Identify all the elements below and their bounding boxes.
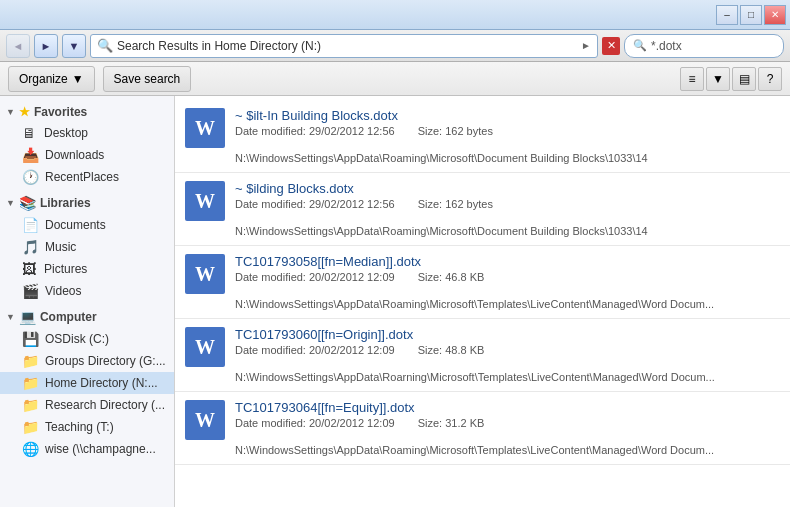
sidebar-item-recent-places[interactable]: 🕐 RecentPlaces bbox=[0, 166, 174, 188]
date-modified-value-0: 29/02/2012 12:56 bbox=[309, 125, 395, 137]
file-icon-4: W bbox=[185, 400, 225, 440]
file-path-1: N:\WindowsSettings\AppData\Roaming\Micro… bbox=[185, 225, 780, 241]
date-modified-value-4: 20/02/2012 12:09 bbox=[309, 417, 395, 429]
window-controls: – □ ✕ bbox=[716, 5, 786, 25]
maximize-button[interactable]: □ bbox=[740, 5, 762, 25]
view-mode-button[interactable]: ≡ bbox=[680, 67, 704, 91]
date-modified-label-0: Date modified: 29/02/2012 12:56 bbox=[235, 125, 405, 137]
file-list: W ~ $ilt-In Building Blocks.dotx Date mo… bbox=[175, 96, 790, 507]
research-dir-icon: 📁 bbox=[22, 397, 39, 413]
computer-section: ▼ 💻 Computer 💾 OSDisk (C:) 📁 Groups Dire… bbox=[0, 306, 174, 460]
file-item-4[interactable]: W TC101793064[[fn=Equity]].dotx Date mod… bbox=[175, 392, 790, 465]
word-icon-4: W bbox=[195, 409, 215, 432]
back-button[interactable]: ◄ bbox=[6, 34, 30, 58]
address-text: Search Results in Home Directory (N:) bbox=[117, 39, 577, 53]
file-name-2: TC101793058[[fn=Median]].dotx bbox=[235, 254, 780, 269]
organize-arrow-icon: ▼ bbox=[72, 72, 84, 86]
file-item-1[interactable]: W ~ $ilding Blocks.dotx Date modified: 2… bbox=[175, 173, 790, 246]
minimize-button[interactable]: – bbox=[716, 5, 738, 25]
view-dropdown-button[interactable]: ▼ bbox=[706, 67, 730, 91]
file-header-0: W ~ $ilt-In Building Blocks.dotx Date mo… bbox=[185, 108, 780, 148]
sidebar-item-music[interactable]: 🎵 Music bbox=[0, 236, 174, 258]
favorites-star-icon: ★ bbox=[19, 105, 30, 119]
file-info-0: ~ $ilt-In Building Blocks.dotx Date modi… bbox=[235, 108, 780, 137]
size-label-0: Size: 162 bytes bbox=[418, 125, 503, 137]
sidebar-item-label: OSDisk (C:) bbox=[45, 332, 109, 346]
search-box[interactable]: 🔍 ✕ bbox=[624, 34, 784, 58]
size-label-4: Size: 31.2 KB bbox=[418, 417, 495, 429]
dropdown-button[interactable]: ▼ bbox=[62, 34, 86, 58]
date-modified-label-4: Date modified: 20/02/2012 12:09 bbox=[235, 417, 405, 429]
desktop-icon: 🖥 bbox=[22, 125, 38, 141]
file-path-2: N:\WindowsSettings\AppData\Roaming\Micro… bbox=[185, 298, 780, 314]
date-modified-value-3: 20/02/2012 12:09 bbox=[309, 344, 395, 356]
size-value-0: 162 bytes bbox=[445, 125, 493, 137]
file-path-0: N:\WindowsSettings\AppData\Roaming\Micro… bbox=[185, 152, 780, 168]
date-modified-value-2: 20/02/2012 12:09 bbox=[309, 271, 395, 283]
favorites-section: ▼ ★ Favorites 🖥 Desktop 📥 Downloads 🕐 Re… bbox=[0, 102, 174, 188]
sidebar-item-research-directory[interactable]: 📁 Research Directory (... bbox=[0, 394, 174, 416]
file-icon-3: W bbox=[185, 327, 225, 367]
organize-button[interactable]: Organize ▼ bbox=[8, 66, 95, 92]
file-info-3: TC101793060[[fn=Origin]].dotx Date modif… bbox=[235, 327, 780, 356]
sidebar-item-label: Documents bbox=[45, 218, 106, 232]
sidebar-item-label: RecentPlaces bbox=[45, 170, 119, 184]
file-header-2: W TC101793058[[fn=Median]].dotx Date mod… bbox=[185, 254, 780, 294]
sidebar-item-documents[interactable]: 📄 Documents bbox=[0, 214, 174, 236]
osdisk-icon: 💾 bbox=[22, 331, 39, 347]
file-meta-2: Date modified: 20/02/2012 12:09 Size: 46… bbox=[235, 271, 780, 283]
file-name-0: ~ $ilt-In Building Blocks.dotx bbox=[235, 108, 780, 123]
teaching-icon: 📁 bbox=[22, 419, 39, 435]
file-item-3[interactable]: W TC101793060[[fn=Origin]].dotx Date mod… bbox=[175, 319, 790, 392]
sidebar-item-desktop[interactable]: 🖥 Desktop bbox=[0, 122, 174, 144]
word-icon-0: W bbox=[195, 117, 215, 140]
file-name-4: TC101793064[[fn=Equity]].dotx bbox=[235, 400, 780, 415]
sidebar-item-teaching[interactable]: 📁 Teaching (T:) bbox=[0, 416, 174, 438]
size-value-4: 31.2 KB bbox=[445, 417, 484, 429]
help-button[interactable]: ? bbox=[758, 67, 782, 91]
file-meta-0: Date modified: 29/02/2012 12:56 Size: 16… bbox=[235, 125, 780, 137]
file-item-0[interactable]: W ~ $ilt-In Building Blocks.dotx Date mo… bbox=[175, 100, 790, 173]
sidebar-item-label: Music bbox=[45, 240, 76, 254]
date-modified-label-2: Date modified: 20/02/2012 12:09 bbox=[235, 271, 405, 283]
sidebar: ▼ ★ Favorites 🖥 Desktop 📥 Downloads 🕐 Re… bbox=[0, 96, 175, 507]
sidebar-item-label: Videos bbox=[45, 284, 81, 298]
music-icon: 🎵 bbox=[22, 239, 39, 255]
save-search-button[interactable]: Save search bbox=[103, 66, 192, 92]
sidebar-item-label: wise (\\champagne... bbox=[45, 442, 156, 456]
search-input[interactable] bbox=[651, 39, 790, 53]
favorites-chevron: ▼ bbox=[6, 107, 15, 117]
sidebar-item-groups-directory[interactable]: 📁 Groups Directory (G:... bbox=[0, 350, 174, 372]
file-info-2: TC101793058[[fn=Median]].dotx Date modif… bbox=[235, 254, 780, 283]
word-icon-2: W bbox=[195, 263, 215, 286]
sidebar-item-pictures[interactable]: 🖼 Pictures bbox=[0, 258, 174, 280]
sidebar-item-osdisk[interactable]: 💾 OSDisk (C:) bbox=[0, 328, 174, 350]
pane-button[interactable]: ▤ bbox=[732, 67, 756, 91]
downloads-icon: 📥 bbox=[22, 147, 39, 163]
organize-label: Organize bbox=[19, 72, 68, 86]
sidebar-item-label: Downloads bbox=[45, 148, 104, 162]
file-meta-1: Date modified: 29/02/2012 12:56 Size: 16… bbox=[235, 198, 780, 210]
save-search-label: Save search bbox=[114, 72, 181, 86]
recent-places-icon: 🕐 bbox=[22, 169, 39, 185]
file-item-2[interactable]: W TC101793058[[fn=Median]].dotx Date mod… bbox=[175, 246, 790, 319]
size-label-3: Size: 48.8 KB bbox=[418, 344, 495, 356]
file-header-3: W TC101793060[[fn=Origin]].dotx Date mod… bbox=[185, 327, 780, 367]
libraries-header[interactable]: ▼ 📚 Libraries bbox=[0, 192, 174, 214]
pictures-icon: 🖼 bbox=[22, 261, 38, 277]
computer-header[interactable]: ▼ 💻 Computer bbox=[0, 306, 174, 328]
sidebar-item-label: Research Directory (... bbox=[45, 398, 165, 412]
sidebar-item-videos[interactable]: 🎬 Videos bbox=[0, 280, 174, 302]
address-path-box[interactable]: 🔍 Search Results in Home Directory (N:) … bbox=[90, 34, 598, 58]
sidebar-item-home-directory[interactable]: 📁 Home Directory (N:... bbox=[0, 372, 174, 394]
home-dir-icon: 📁 bbox=[22, 375, 39, 391]
forward-button[interactable]: ► bbox=[34, 34, 58, 58]
sidebar-item-wise[interactable]: 🌐 wise (\\champagne... bbox=[0, 438, 174, 460]
favorites-header[interactable]: ▼ ★ Favorites bbox=[0, 102, 174, 122]
close-button[interactable]: ✕ bbox=[764, 5, 786, 25]
libraries-label: Libraries bbox=[40, 196, 91, 210]
address-clear-button[interactable]: ✕ bbox=[602, 37, 620, 55]
sidebar-item-downloads[interactable]: 📥 Downloads bbox=[0, 144, 174, 166]
wise-icon: 🌐 bbox=[22, 441, 39, 457]
groups-dir-icon: 📁 bbox=[22, 353, 39, 369]
